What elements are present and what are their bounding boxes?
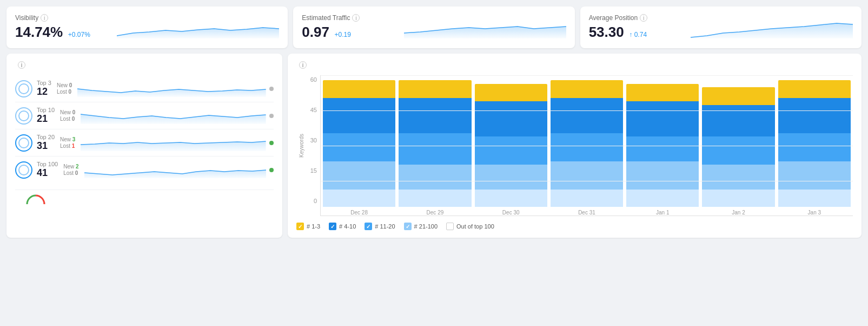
bottom-row: i Top 3 12 New 0 Lost 0 <box>6 54 862 238</box>
bar-segment <box>551 80 623 98</box>
kw-dot-1 <box>269 114 274 118</box>
bar-group: Jan 3 <box>778 80 851 216</box>
metric-info-icon-visibility[interactable]: i <box>41 14 48 22</box>
bar-segment <box>778 190 851 207</box>
kw-circle-2 <box>15 134 32 152</box>
legend-checkbox-outline[interactable] <box>446 223 454 230</box>
bar-segment <box>475 190 547 207</box>
bar-segment <box>551 98 623 133</box>
legend-item: Out of top 100 <box>446 223 494 230</box>
y-axis-value: 15 <box>310 167 317 174</box>
keywords-title: i <box>15 61 274 69</box>
y-axis-value: 60 <box>310 76 317 83</box>
kw-sparkline-0 <box>77 81 266 97</box>
bar-segment <box>323 161 395 190</box>
stacked-bar <box>323 80 395 207</box>
kw-circle-1 <box>15 107 32 125</box>
y-axis-value: 45 <box>310 107 317 113</box>
legend-checkbox[interactable]: ✓ <box>404 223 412 230</box>
kw-new-lost-2: New 3 Lost 1 <box>60 136 75 149</box>
kw-sparkline-3 <box>84 162 266 178</box>
metric-card-position: Average Position i 53.30 ↑ 0.74 <box>580 6 862 48</box>
legend-item: ✓ # 4-10 <box>329 223 356 230</box>
kw-new-lost-0: New 0 Lost 0 <box>57 82 72 95</box>
bar-segment <box>778 161 851 190</box>
bar-label: Jan 3 <box>808 210 821 216</box>
metric-value-position: 53.30 ↑ 0.74 <box>589 24 648 41</box>
metric-info-icon-position[interactable]: i <box>640 14 647 22</box>
bar-label: Dec 30 <box>502 210 520 216</box>
bar-segment <box>551 133 623 161</box>
bar-segment <box>626 136 699 161</box>
bar-label: Dec 28 <box>350 210 368 216</box>
metric-left-traffic: Estimated Traffic i 0.97 +0.19 <box>302 14 360 41</box>
stacked-bar <box>702 87 774 207</box>
bar-segment <box>399 98 471 133</box>
kw-dot-0 <box>269 87 274 91</box>
bar-segment <box>399 165 471 190</box>
bar-group: Dec 28 <box>323 80 395 216</box>
kw-circle-0 <box>15 80 32 97</box>
kw-sparkline-2 <box>81 135 266 151</box>
metric-left-visibility: Visibility i 14.74% +0.07% <box>15 14 90 41</box>
sparkline-traffic <box>404 17 566 38</box>
metrics-row: Visibility i 14.74% +0.07% <box>6 6 862 48</box>
legend-checkbox[interactable]: ✓ <box>365 223 372 230</box>
bar-segment <box>626 84 699 102</box>
bar-segment <box>702 165 774 190</box>
bar-segment <box>626 190 699 207</box>
keyword-row: Top 10 21 New 0 Lost 0 <box>15 102 274 129</box>
kw-dot-3 <box>269 168 274 172</box>
bar-segment <box>702 87 774 105</box>
bar-segment <box>551 190 623 207</box>
stacked-bar <box>551 80 623 207</box>
svg-marker-2 <box>691 23 853 38</box>
bar-segment <box>626 161 699 190</box>
keyword-row: Top 3 12 New 0 Lost 0 <box>15 75 274 102</box>
bars-container: Dec 28Dec 29Dec 30Dec 31Jan 1Jan 2Jan 3 <box>320 75 853 216</box>
bar-segment <box>475 136 547 165</box>
bar-group: Dec 30 <box>475 84 547 216</box>
bar-segment <box>323 80 395 98</box>
y-axis-value: 30 <box>310 137 317 144</box>
stacked-bar <box>626 84 699 207</box>
bar-segment <box>702 105 774 137</box>
bar-group: Dec 29 <box>399 80 471 216</box>
bar-segment <box>475 165 547 190</box>
bar-segment <box>778 80 851 98</box>
kw-sparkline-1 <box>81 108 266 124</box>
rankings-panel: i Keywords604530150Dec 28Dec 29Dec 30Dec… <box>288 54 862 238</box>
svg-marker-6 <box>84 170 266 178</box>
rankings-info-icon[interactable]: i <box>299 61 307 69</box>
bar-label: Jan 2 <box>732 210 745 216</box>
keyword-row: Top 20 31 New 3 Lost 1 <box>15 129 274 157</box>
svg-marker-4 <box>81 114 266 124</box>
bar-label: Jan 1 <box>656 210 669 216</box>
metric-label-position: Average Position i <box>589 14 648 22</box>
bar-label: Dec 29 <box>427 210 444 216</box>
legend-item: ✓ # 11-20 <box>365 223 395 230</box>
kw-new-lost-3: New 2 Lost 0 <box>63 164 78 176</box>
metric-value-visibility: 14.74% +0.07% <box>15 24 90 41</box>
bar-segment <box>399 133 471 165</box>
bar-segment <box>399 190 471 207</box>
kw-new-lost-1: New 0 Lost 0 <box>60 109 75 122</box>
grid-line <box>321 75 853 76</box>
y-axis-value: 0 <box>314 198 317 204</box>
bar-segment <box>323 133 395 161</box>
bar-segment <box>778 133 851 161</box>
sparkline-position <box>691 17 853 38</box>
bar-segment <box>323 98 395 133</box>
bar-segment <box>702 190 774 207</box>
rankings-title: i <box>296 61 853 69</box>
keywords-info-icon[interactable]: i <box>18 61 25 69</box>
metric-info-icon-traffic[interactable]: i <box>352 14 360 22</box>
legend-checkbox[interactable]: ✓ <box>296 223 304 230</box>
chart-legend: ✓ # 1-3 ✓ # 4-10 ✓ # 11-20 ✓ # 21-100 Ou… <box>296 223 853 230</box>
bar-segment <box>626 101 699 136</box>
y-axis-label: Keywords <box>299 134 304 158</box>
stacked-bar <box>778 80 851 207</box>
legend-item: ✓ # 21-100 <box>404 223 438 230</box>
bar-label: Dec 31 <box>578 210 595 216</box>
legend-checkbox[interactable]: ✓ <box>329 223 336 230</box>
